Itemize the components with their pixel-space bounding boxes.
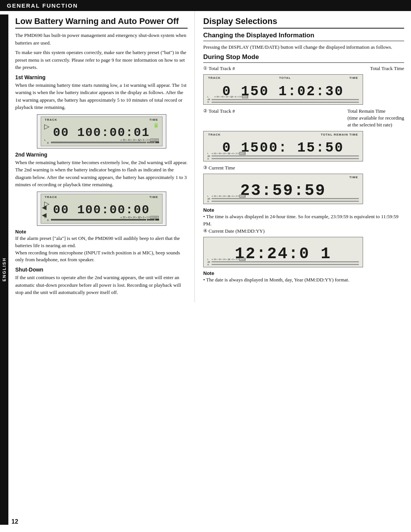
left-title: Low Battery Warning and Auto Power Off: [15, 16, 188, 26]
display1-digits: 00 100:00:01: [53, 126, 150, 140]
left-note: Note If the alarm preset ["ala"] is set …: [15, 229, 188, 264]
sm3-line2: dB: [207, 198, 359, 200]
warning1-text: When the remaining battery time starts r…: [15, 81, 188, 111]
right-display3-meter: L ∞ 50 • 40 • 24 • 12 • 6 • 2 0 OVER dB …: [204, 195, 363, 203]
stop-mode-title: During Stop Mode: [203, 53, 404, 61]
sm3-line3: R: [207, 200, 359, 203]
item1-num: ①: [203, 65, 207, 72]
right-display1-meter: L ∞ 50 • 40 • 24 • 12 • 6 • 2 0 OVER dB …: [204, 96, 363, 103]
display2-inner: TRACK TIME ▷ ◀ ◀ 00 100:00:00 L ∞ 50 • 4…: [41, 194, 162, 224]
rd2-total: TOTAL REMAIN TIME: [321, 133, 358, 136]
note3-label: Note: [203, 207, 214, 213]
english-sidebar: ENGLISH: [0, 14, 8, 525]
right-display4-meter: L ∞ 50 • 40 • 24 • 12 • 6 • 2 0 OVER dB …: [204, 258, 363, 266]
sm-line3: R: [207, 101, 359, 103]
display1-time-label: TIME: [149, 118, 158, 121]
display2-time-label: TIME: [149, 195, 158, 199]
right-display4: 12:24:0 1 L ∞ 50 • 40 • 24 • 12 • 6 • 2 …: [203, 237, 363, 267]
left-display2: TRACK TIME ▷ ◀ ◀ 00 100:00:00 L ∞ 50 • 4…: [37, 192, 166, 226]
rd2-track: TRACK: [208, 133, 221, 136]
display1-inner: TRACK TIME ▷ 🔋 00 100:00:01 L ∞ 50 • 40 …: [41, 117, 162, 146]
display1-track-label: TRACK: [45, 118, 57, 121]
warning2-text: When the remaining battery time becomes …: [15, 159, 188, 189]
item2-label: Total Track #: [209, 108, 235, 115]
display1-labels: TRACK TIME: [41, 118, 162, 121]
item2-num: ②: [203, 108, 207, 114]
note4-text: • The date is always displayed in Month,…: [203, 276, 404, 284]
item2-row: ② Total Track # Total Remain Time (time …: [203, 108, 404, 129]
display2-digits: 00 100:00:00: [53, 203, 150, 217]
item3-label: Current Time: [209, 165, 235, 171]
page-number: 12: [11, 518, 18, 525]
item4-row: ④ Current Date (MM:DD:YY): [203, 228, 404, 235]
display2-meter: L ∞ 50 • 40 • 24 • 12 • 6 • 2 0 OVER R: [41, 216, 162, 222]
meter-bars: R: [47, 142, 159, 144]
changing-info-text: Pressing the DISPLAY (TIME/DATE) button …: [203, 43, 404, 51]
divider1: [15, 28, 188, 29]
right-note4: Note • The date is always displayed in M…: [203, 270, 404, 284]
note4-label: Note: [203, 270, 214, 276]
right-display1-labels: TRACK TOTAL TIME: [204, 76, 363, 80]
right-display3: TIME 23:59:59 L ∞ 50 • 40 • 24 • 12 • 6 …: [203, 174, 363, 204]
right-display3-labels: TIME: [204, 176, 363, 179]
sm2-line1: L ∞ 50 • 40 • 24 • 12 • 6 • 2 0 OVER: [207, 152, 359, 155]
item2-right-line2: (time available for recording: [347, 115, 404, 121]
note-label: Note: [15, 229, 26, 235]
sm4-line2: dB: [207, 261, 359, 263]
right-divider2: [203, 41, 404, 41]
shutdown-text: If the unit continues to operate after t…: [15, 274, 188, 296]
meter-bars2: R: [47, 219, 159, 222]
item2-right-line1: Total Remain Time: [347, 108, 404, 115]
display1-meter-numbers: L ∞ 50 • 40 • 24 • 12 • 6 • 2 0 OVER: [44, 139, 159, 141]
shutdown-title: Shut-Down: [15, 267, 188, 273]
display2-labels: TRACK TIME: [41, 195, 162, 199]
sm2-line3: R: [207, 158, 359, 160]
item4-num: ④: [203, 228, 207, 234]
right-display2-meter: L ∞ 50 • 40 • 24 • 12 • 6 • 2 0 OVER dB …: [204, 152, 363, 160]
sm2-line2: dB: [207, 155, 359, 157]
left-intro: The PMD690 has built-in power management…: [15, 32, 188, 46]
display2-meter-numbers: L ∞ 50 • 40 • 24 • 12 • 6 • 2 0 OVER: [44, 216, 159, 219]
rd1-track: TRACK: [208, 76, 221, 80]
right-divider: [203, 28, 404, 29]
right-column: Display Selections Changing the Displaye…: [195, 11, 411, 302]
note2-text: When recording from microphone (INPUT sw…: [15, 249, 188, 264]
item4-label: Current Date (MM:DD:YY): [209, 228, 264, 235]
changing-info-title: Changing the Displayed Information: [203, 32, 404, 39]
play-icon: ▷: [44, 122, 49, 131]
rd3-time: TIME: [349, 176, 358, 179]
sm-line2: dB: [207, 98, 359, 101]
item3-num: ③: [203, 165, 207, 171]
sm3-line1: L ∞ 50 • 40 • 24 • 12 • 6 • 2 0 OVER: [207, 195, 359, 197]
right-divider3: [203, 62, 404, 63]
left-display1: TRACK TIME ▷ 🔋 00 100:00:01 L ∞ 50 • 40 …: [37, 114, 166, 149]
rd1-time: TIME: [349, 76, 358, 80]
right-note3: Note • The time is always displayed in 2…: [203, 207, 404, 228]
note3-text: • The time is always displayed in 24-hou…: [203, 213, 404, 228]
rd1-total: TOTAL: [279, 76, 291, 80]
display2-track-label: TRACK: [45, 195, 57, 199]
warning2-title: 2nd Warning: [15, 152, 188, 158]
right-display2-labels: TRACK TOTAL REMAIN TIME: [204, 133, 363, 136]
right-display2: TRACK TOTAL REMAIN TIME 0 1500: 15:50 L …: [203, 131, 363, 161]
item1-row: ① Total Track # Total Track Time: [203, 65, 404, 72]
sm4-line1: L ∞ 50 • 40 • 24 • 12 • 6 • 2 0 OVER: [207, 258, 359, 260]
item2-right-line3: at the selected bit rate): [347, 121, 404, 128]
display1-meter: L ∞ 50 • 40 • 24 • 12 • 6 • 2 0 OVER R: [41, 139, 162, 144]
note1-text: If the alarm preset ["ala"] is set ON, t…: [15, 235, 188, 249]
item1-right: Total Track Time: [370, 65, 404, 72]
right-display1: TRACK TOTAL TIME 0 150 1:02:30 L ∞ 50 • …: [203, 74, 363, 105]
left-column: Low Battery Warning and Auto Power Off T…: [8, 11, 195, 302]
item2-right: Total Remain Time (time available for re…: [347, 108, 404, 129]
general-function-bar: GENERAL FUNCTION: [0, 0, 411, 11]
sm-line1: L ∞ 50 • 40 • 24 • 12 • 6 • 2 0 OVER: [207, 96, 359, 98]
item3-row: ③ Current Time: [203, 165, 404, 171]
battery-icon: 🔋: [153, 122, 159, 128]
right-title: Display Selections: [203, 16, 404, 26]
item1-label: Total Track #: [209, 65, 235, 72]
warning1-title: 1st Warning: [15, 74, 188, 80]
left-para2: To make sure this system operates correc…: [15, 49, 188, 71]
sm4-line3: R: [207, 264, 359, 266]
